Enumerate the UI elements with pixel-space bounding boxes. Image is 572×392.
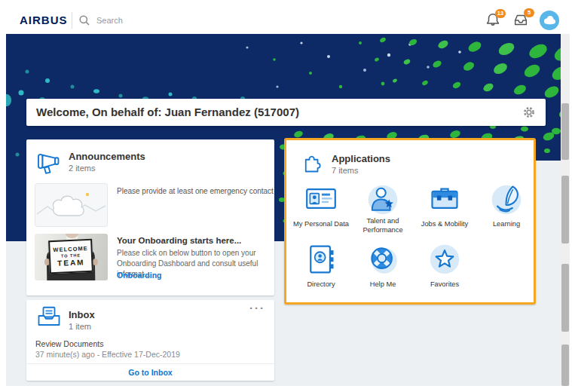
app-tile-label: Help Me — [370, 280, 396, 289]
app-tile-learning[interactable]: Learning — [476, 182, 537, 243]
contact-book-icon — [304, 243, 338, 276]
applications-grid: My Personal Data Talent and Performance — [290, 182, 530, 299]
id-card-icon — [304, 182, 338, 216]
user-avatar[interactable] — [540, 11, 559, 30]
scrollbar-track — [561, 34, 570, 386]
applications-card: Applications 7 items My Personal Data — [284, 138, 536, 305]
scrollbar-thumb[interactable] — [561, 264, 569, 332]
announcement-thumbnail-cloud — [35, 183, 108, 227]
settings-button[interactable] — [523, 106, 535, 118]
inbox-card: Inbox 1 item ··· Review Documents 37 min… — [26, 300, 274, 381]
app-tile-label: Talent and Performance — [352, 217, 414, 234]
global-search[interactable] — [78, 11, 320, 30]
inbox-count: 1 item — [69, 322, 91, 331]
announcement-text: Please provide at least one emergency co… — [117, 186, 274, 197]
inbox-item-title: Review Documents — [35, 339, 103, 348]
notifications-button[interactable]: 13 — [485, 11, 504, 31]
app-tile-favorites[interactable]: Favorites — [414, 243, 476, 303]
announcements-card: Announcements 2 items Please provide at … — [26, 139, 274, 296]
search-input[interactable] — [95, 15, 294, 26]
airbus-logo: AIRBUS — [20, 6, 68, 34]
app-tile-label: Jobs & Mobility — [421, 220, 469, 229]
announcement-title: Your Onboarding starts here... — [117, 236, 241, 245]
scrollbar-thumb[interactable] — [561, 103, 569, 160]
onboarding-link[interactable]: Onboarding — [117, 271, 162, 280]
search-icon — [78, 14, 90, 26]
scrollbar-thumb[interactable] — [561, 176, 569, 243]
inbox-icon — [35, 305, 63, 335]
app-tile-talent-and-performance[interactable]: Talent and Performance — [352, 182, 414, 243]
briefcase-icon — [428, 182, 461, 216]
app-tile-directory[interactable]: Directory — [290, 243, 352, 303]
app-tile-label: Directory — [307, 280, 335, 289]
notifications-badge: 13 — [495, 9, 506, 18]
feather-hand-icon — [490, 182, 523, 216]
gear-icon — [523, 106, 535, 118]
star-icon — [428, 243, 461, 276]
photo-hand — [93, 259, 98, 265]
sign-line: TEAM — [57, 258, 85, 268]
welcome-team-sign: WELCOME TO THE TEAM — [48, 239, 93, 274]
welcome-title: Welcome, On behalf of: Juan Fernandez (5… — [36, 99, 299, 126]
banner-cutout — [536, 161, 561, 241]
app-tile-help-me[interactable]: Help Me — [352, 243, 414, 303]
announcements-count: 2 items — [69, 164, 95, 173]
topbar-divider — [72, 12, 72, 29]
applications-title: Applications — [332, 153, 390, 164]
inbox-divider — [26, 363, 274, 364]
inbox-title: Inbox — [69, 309, 95, 320]
inbox-tray-button[interactable]: 5 — [512, 11, 532, 31]
announcement-thumbnail-welcome-team: WELCOME TO THE TEAM — [35, 234, 108, 280]
app-tile-my-personal-data[interactable]: My Personal Data — [290, 182, 352, 243]
app-tile-label: Favorites — [430, 280, 459, 289]
person-star-icon — [366, 182, 399, 216]
tray-badge: 5 — [524, 8, 534, 17]
sign-line: WELCOME — [53, 245, 88, 253]
lifebuoy-icon — [366, 243, 399, 276]
scrollbar-thumb[interactable] — [561, 345, 569, 386]
megaphone-icon — [35, 149, 64, 180]
top-bar: AIRBUS 13 5 — [6, 6, 565, 35]
welcome-bar: Welcome, On behalf of: Juan Fernandez (5… — [26, 99, 546, 126]
app-window: AIRBUS 13 5 — [0, 0, 572, 392]
go-to-inbox-link[interactable]: Go to Inbox — [26, 368, 274, 377]
cloud-avatar-icon — [540, 11, 559, 30]
app-tile-label: Learning — [493, 220, 520, 229]
announcements-title: Announcements — [69, 151, 145, 162]
sign-line: TO THE — [61, 253, 81, 258]
inbox-item-meta: 37 minute(s) ago - Effective 17-Dec-2019 — [35, 350, 180, 359]
inbox-overflow-menu[interactable]: ··· — [249, 302, 265, 314]
app-tile-label: My Personal Data — [293, 220, 349, 229]
app-tile-jobs-and-mobility[interactable]: Jobs & Mobility — [414, 182, 476, 243]
puzzle-icon — [298, 150, 326, 180]
applications-count: 7 items — [332, 166, 358, 175]
